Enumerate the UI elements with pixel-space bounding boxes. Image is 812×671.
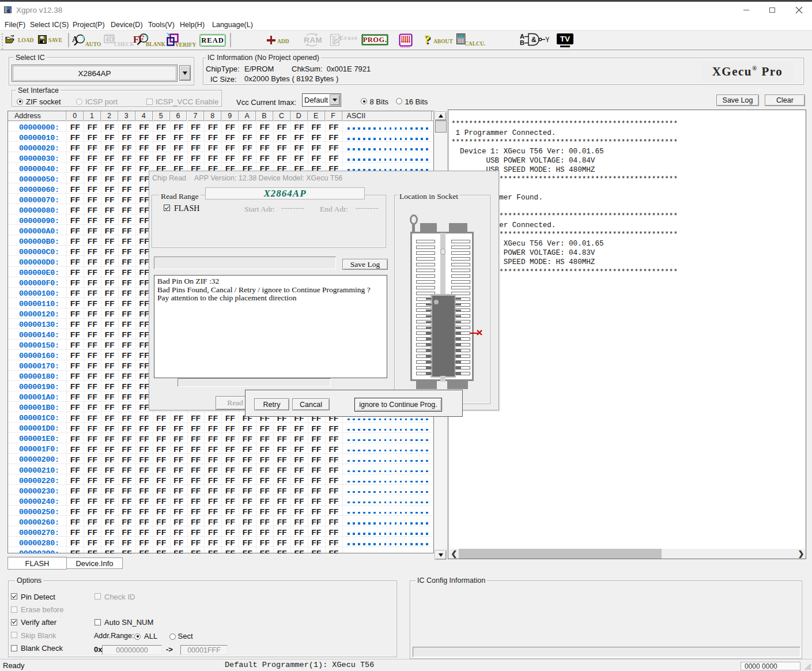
svg-text:Y: Y bbox=[545, 36, 549, 44]
svg-text:B: B bbox=[520, 39, 524, 46]
svg-text:RAM: RAM bbox=[304, 36, 322, 44]
svg-text:4D: 4D bbox=[105, 35, 114, 43]
svg-text:&: & bbox=[531, 36, 537, 44]
